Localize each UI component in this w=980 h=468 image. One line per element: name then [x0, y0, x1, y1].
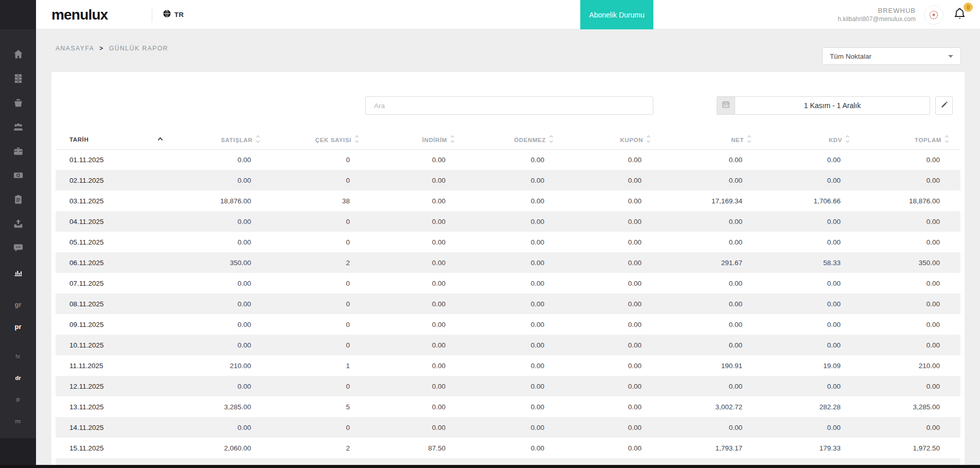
value-cell: 0.00: [861, 376, 960, 396]
value-cell: 0: [272, 149, 370, 170]
sidebar-mini-item-pr-1[interactable]: pr: [0, 323, 36, 331]
value-cell: 0.00: [662, 376, 763, 396]
sidebar-mini-item-dr-4[interactable]: dr: [0, 397, 36, 403]
value-cell: 0.00: [466, 417, 565, 438]
column-header-8[interactable]: TOPLAM: [861, 130, 960, 149]
value-cell: 0.00: [370, 396, 466, 417]
column-header-4[interactable]: ÖDENMEZ: [466, 130, 565, 149]
table-row[interactable]: 08.11.20250.0000.000.000.000.000.000.00: [56, 293, 960, 314]
location-dropdown[interactable]: Tüm Noktalar: [822, 47, 961, 65]
value-cell: 0: [272, 314, 370, 335]
value-cell: 0.00: [861, 293, 960, 314]
value-cell: 0.00: [184, 232, 272, 252]
calendar-addon[interactable]: [717, 96, 735, 115]
column-label: TARİH: [69, 136, 88, 143]
language-label: TR: [174, 11, 184, 19]
value-cell: 0.00: [370, 355, 466, 376]
table-row[interactable]: 13.11.20253,285.0050.000.000.003,002.722…: [56, 396, 960, 417]
value-cell: 0.00: [184, 273, 272, 293]
value-cell: 0.00: [370, 190, 466, 211]
value-cell: 0.00: [370, 232, 466, 252]
value-cell: 0.00: [565, 211, 662, 232]
breadcrumb-home[interactable]: ANASAYFA: [56, 45, 94, 52]
language-selector[interactable]: TR: [162, 0, 184, 29]
value-cell: 18,876.00: [184, 190, 272, 211]
table-row[interactable]: 02.11.20250.0000.000.000.000.000.000.00: [56, 170, 960, 190]
date-range-input[interactable]: [735, 96, 930, 115]
sort-icon: [748, 136, 751, 142]
app-header: menulux TR Abonelik Durumu BREWHUB h.kil…: [36, 0, 980, 29]
date-edit-button[interactable]: [935, 96, 953, 115]
value-cell: 58.33: [763, 252, 861, 273]
table-row[interactable]: 15.11.20252,060.00287.500.000.001,793.17…: [56, 438, 960, 458]
main-content: ANASAYFA > GÜNLÜK RAPOR Tüm Noktalar TAR…: [36, 29, 980, 468]
date-cell: 01.11.2025: [56, 149, 184, 170]
value-cell: 1,972.50: [861, 438, 960, 458]
table-row[interactable]: 06.11.2025350.0020.000.000.00291.6758.33…: [56, 252, 960, 273]
value-cell: 0.00: [662, 211, 763, 232]
breadcrumb: ANASAYFA > GÜNLÜK RAPOR: [56, 45, 168, 52]
table-row[interactable]: 10.11.20250.0000.000.000.000.000.000.00: [56, 335, 960, 355]
value-cell: 5: [272, 396, 370, 417]
notifications-bell[interactable]: 0: [953, 7, 967, 23]
value-cell: 0.00: [565, 273, 662, 293]
column-header-3[interactable]: İNDİRİM: [370, 130, 466, 149]
value-cell: 87.50: [370, 438, 466, 458]
table-row[interactable]: 07.11.20250.0000.000.000.000.000.000.00: [56, 273, 960, 293]
header-user-area: BREWHUB h.kilbahri807@menulux.com 0: [838, 0, 970, 29]
value-cell: 179.33: [763, 438, 861, 458]
table-row[interactable]: 01.11.20250.0000.000.000.000.000.000.00: [56, 149, 960, 170]
table-row[interactable]: 11.11.2025210.0010.000.000.00190.9119.09…: [56, 355, 960, 376]
value-cell: 38: [272, 190, 370, 211]
value-cell: 0.00: [370, 417, 466, 438]
sidebar-mini-item-hr-2[interactable]: hr: [0, 354, 36, 359]
value-cell: 0.00: [466, 232, 565, 252]
value-cell: 0: [272, 417, 370, 438]
column-header-7[interactable]: KDV: [763, 130, 861, 149]
sidebar-mini-item-mr-5[interactable]: mr: [0, 419, 36, 424]
user-info[interactable]: BREWHUB h.kilbahri807@menulux.com: [838, 7, 916, 23]
app-logo[interactable]: menulux: [51, 0, 108, 29]
search-input[interactable]: [365, 96, 653, 115]
value-cell: 0.00: [861, 335, 960, 355]
value-cell: 17,169.34: [662, 190, 763, 211]
value-cell: 0.00: [466, 335, 565, 355]
column-header-5[interactable]: KUPON: [565, 130, 662, 149]
column-label: ÇEK SAYISI: [315, 137, 351, 143]
sidebar-mini-item-gr-0[interactable]: gr: [0, 301, 36, 308]
table-row[interactable]: 04.11.20250.0000.000.000.000.000.000.00: [56, 211, 960, 232]
value-cell: 210.00: [861, 355, 960, 376]
value-cell: 190.91: [662, 355, 763, 376]
value-cell: 0: [272, 211, 370, 232]
column-label: İNDİRİM: [422, 137, 447, 143]
value-cell: 0.00: [565, 355, 662, 376]
column-header-2[interactable]: ÇEK SAYISI: [272, 130, 370, 149]
value-cell: 0.00: [662, 170, 763, 190]
table-row[interactable]: 14.11.20250.0000.000.000.000.000.000.00: [56, 417, 960, 438]
value-cell: 0.00: [370, 335, 466, 355]
value-cell: 0.00: [466, 376, 565, 396]
value-cell: 210.00: [184, 355, 272, 376]
column-header-0[interactable]: TARİH: [56, 130, 184, 149]
sort-icon: [257, 136, 259, 142]
value-cell: 0.00: [565, 417, 662, 438]
date-cell: 10.11.2025: [56, 335, 184, 355]
sidebar-mini-item-dr-3[interactable]: dr: [0, 375, 36, 381]
value-cell: 282.28: [763, 396, 861, 417]
table-row[interactable]: 09.11.20250.0000.000.000.000.000.000.00: [56, 314, 960, 335]
avatar[interactable]: [924, 5, 943, 25]
value-cell: 0.00: [763, 293, 861, 314]
table-row[interactable]: 12.11.20250.0000.000.000.000.000.000.00: [56, 376, 960, 396]
sort-ascending-icon: [158, 137, 163, 143]
value-cell: 2,060.00: [184, 438, 272, 458]
value-cell: 0.00: [184, 211, 272, 232]
subscription-status-button[interactable]: Abonelik Durumu: [580, 0, 653, 29]
date-cell: 07.11.2025: [56, 273, 184, 293]
breadcrumb-current: GÜNLÜK RAPOR: [109, 45, 168, 52]
table-row[interactable]: 05.11.20250.0000.000.000.000.000.000.00: [56, 232, 960, 252]
table-row[interactable]: 03.11.202518,876.00380.000.000.0017,169.…: [56, 190, 960, 211]
column-header-1[interactable]: SATIŞLAR: [184, 130, 272, 149]
column-header-6[interactable]: NET: [662, 130, 763, 149]
breadcrumb-separator-icon: >: [99, 45, 104, 52]
value-cell: 0.00: [184, 170, 272, 190]
